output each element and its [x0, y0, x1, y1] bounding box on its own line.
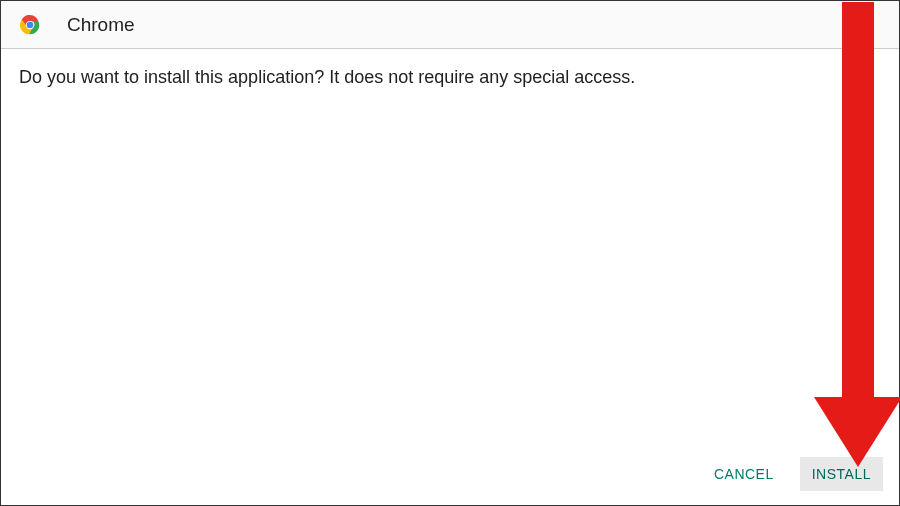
chrome-icon — [19, 14, 41, 36]
app-name: Chrome — [67, 14, 135, 36]
dialog-footer: CANCEL INSTALL — [1, 447, 899, 505]
dialog-content: Do you want to install this application?… — [1, 49, 899, 447]
cancel-button[interactable]: CANCEL — [702, 457, 786, 491]
install-dialog: Chrome Do you want to install this appli… — [0, 0, 900, 506]
install-button[interactable]: INSTALL — [800, 457, 883, 491]
svg-point-7 — [27, 21, 34, 28]
dialog-header: Chrome — [1, 1, 899, 49]
install-prompt-text: Do you want to install this application?… — [19, 65, 881, 90]
